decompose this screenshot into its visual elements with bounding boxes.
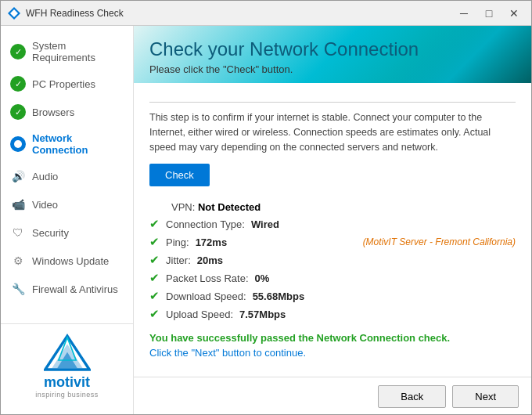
maximize-button[interactable]: □ <box>478 5 500 22</box>
description-text: This step is to confirm if your internet… <box>149 110 516 154</box>
check-icon-browsers: ✓ <box>10 104 26 120</box>
sidebar-item-security[interactable]: 🛡 Security <box>1 218 133 247</box>
check-icon-packet-loss: ✔ <box>149 271 160 285</box>
sidebar-label-pc-properties: PC Properties <box>32 78 95 90</box>
security-icon: 🛡 <box>10 225 26 240</box>
sidebar-label-firewall-antivirus: Firewall & Antivirus <box>32 283 118 295</box>
banner-subtitle: Please click the "Check" button. <box>149 63 516 75</box>
vpn-label: VPN: <box>171 201 195 213</box>
content-area: Check your Network Connection Please cli… <box>134 26 531 415</box>
sidebar-logo: motivit inspiring business <box>1 323 133 408</box>
upload-label: Upload Speed: <box>166 309 233 320</box>
minimize-button[interactable]: ─ <box>453 5 475 22</box>
sidebar-item-video[interactable]: 📹 Video <box>1 190 133 218</box>
check-icon-upload: ✔ <box>149 307 160 321</box>
window-title: WFH Readiness Check <box>26 8 453 19</box>
sidebar: ✓ System Requirements ✓ PC Properties ✓ … <box>1 26 134 415</box>
content-body: This step is to confirm if your internet… <box>134 83 531 377</box>
sidebar-label-windows-update: Windows Update <box>32 255 109 267</box>
download-row: ✔ Download Speed: 55.68Mbps <box>149 289 516 303</box>
check-icon-ping: ✔ <box>149 235 160 249</box>
logo-tagline: inspiring business <box>35 391 99 399</box>
next-button[interactable]: Next <box>452 385 519 408</box>
upload-value: 7.57Mbps <box>239 309 286 320</box>
sidebar-label-browsers: Browsers <box>32 106 74 118</box>
ping-row: ✔ Ping: 172ms (MotivIT Server - Fremont … <box>149 235 516 249</box>
check-icon-download: ✔ <box>149 289 160 303</box>
close-button[interactable]: ✕ <box>503 5 525 22</box>
sidebar-item-network-connection[interactable]: Network Connection <box>1 126 133 162</box>
continue-next: "Next" <box>191 347 219 359</box>
packet-loss-row: ✔ Packet Loss Rate: 0% <box>149 271 516 285</box>
firewall-icon: 🔧 <box>10 281 26 297</box>
jitter-row: ✔ Jitter: 20ms <box>149 253 516 267</box>
sidebar-item-audio[interactable]: 🔊 Audio <box>1 162 133 190</box>
svg-point-2 <box>14 140 22 148</box>
active-icon-network <box>10 136 26 152</box>
app-icon <box>7 6 21 20</box>
download-label: Download Speed: <box>166 290 246 302</box>
logo-svg <box>44 334 91 373</box>
titlebar: WFH Readiness Check ─ □ ✕ <box>1 1 531 26</box>
connection-type-value: Wired <box>251 218 279 230</box>
sidebar-label-network-connection: Network Connection <box>32 132 124 156</box>
sidebar-item-pc-properties[interactable]: ✓ PC Properties <box>1 70 133 98</box>
banner: Check your Network Connection Please cli… <box>134 26 531 83</box>
windows-update-icon: ⚙ <box>10 253 26 269</box>
sidebar-label-audio: Audio <box>32 171 58 182</box>
check-icon-pc: ✓ <box>10 76 26 92</box>
jitter-label: Jitter: <box>166 254 191 266</box>
continue-message: Click the "Next" button to continue. <box>149 347 516 359</box>
sidebar-item-windows-update[interactable]: ⚙ Windows Update <box>1 247 133 275</box>
sidebar-label-security: Security <box>32 227 69 239</box>
back-button[interactable]: Back <box>378 385 446 408</box>
download-value: 55.68Mbps <box>253 290 304 302</box>
vpn-value: Not Detected <box>198 201 261 213</box>
banner-title: Check your Network Connection <box>149 38 516 60</box>
connection-type-row: ✔ Connection Type: Wired <box>149 217 516 231</box>
main-layout: ✓ System Requirements ✓ PC Properties ✓ … <box>1 26 531 415</box>
ping-value: 172ms <box>196 236 227 248</box>
continue-suffix: button to continue. <box>219 347 306 359</box>
continue-prefix: Click the <box>149 347 191 359</box>
ping-note: (MotivIT Server - Fremont California) <box>363 236 516 247</box>
ping-label: Ping: <box>166 236 189 248</box>
upload-row: ✔ Upload Speed: 7.57Mbps <box>149 307 516 321</box>
sidebar-item-browsers[interactable]: ✓ Browsers <box>1 98 133 126</box>
audio-icon: 🔊 <box>10 168 26 184</box>
check-icon-jitter: ✔ <box>149 253 160 267</box>
check-button[interactable]: Check <box>149 164 210 186</box>
check-icon-connection: ✔ <box>149 217 160 231</box>
packet-loss-label: Packet Loss Rate: <box>166 272 249 284</box>
window-controls: ─ □ ✕ <box>453 5 525 22</box>
sidebar-label-video: Video <box>32 199 58 211</box>
success-message: You have successfully passed the Network… <box>149 332 516 344</box>
sidebar-label-system-requirements: System Requirements <box>32 40 124 63</box>
vpn-row: VPN: Not Detected <box>171 201 516 213</box>
divider-top <box>149 102 516 103</box>
logo-name: motivit <box>44 374 90 391</box>
sidebar-item-firewall-antivirus[interactable]: 🔧 Firewall & Antivirus <box>1 275 133 303</box>
sidebar-item-system-requirements[interactable]: ✓ System Requirements <box>1 34 133 70</box>
video-icon: 📹 <box>10 197 26 212</box>
check-icon-system: ✓ <box>10 44 26 60</box>
jitter-value: 20ms <box>197 254 223 266</box>
connection-type-label: Connection Type: <box>166 218 245 230</box>
packet-loss-value: 0% <box>255 272 270 284</box>
footer: Back Next <box>134 377 531 415</box>
